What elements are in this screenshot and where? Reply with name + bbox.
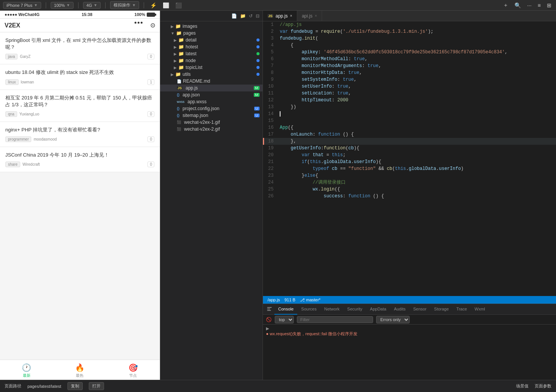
post-tag[interactable]: share <box>5 162 20 167</box>
list-item[interactable]: JSConf China 2019 今年 10 月 19–20 上海见！ sha… <box>0 147 160 172</box>
open-button[interactable]: 打开 <box>89 382 104 390</box>
tree-item-pages[interactable]: ▼ 📁 pages <box>160 30 263 37</box>
tree-item-appwxss[interactable]: wxss app.wxss <box>160 98 263 105</box>
device-selector[interactable]: iPhone 7 Plus ▼ <box>3 2 41 9</box>
folder-icon: 📁 <box>178 51 184 56</box>
tree-item-node[interactable]: ▶ 📁 node <box>160 57 263 64</box>
tree-item-topiclist[interactable]: ▶ 📁 topicList <box>160 64 263 71</box>
battery-percent: 100% <box>135 12 145 17</box>
simulate-selector[interactable]: 模拟操作 ▼ <box>110 1 139 9</box>
folder-icon: 📁 <box>176 30 182 36</box>
code-line: 18 }, <box>263 138 556 145</box>
tree-item-gif2[interactable]: ⬛ wechat-v2ex-2.gif <box>160 126 263 133</box>
tree-item-readme[interactable]: 📄 README.md <box>160 78 263 85</box>
tab-trace[interactable]: Trace <box>453 304 471 315</box>
add-button[interactable]: ＋ <box>502 1 510 10</box>
post-tags: java GaryZ <box>5 54 30 59</box>
panel-toggle-button[interactable]: ⊞ <box>545 2 553 9</box>
context-selector[interactable]: top <box>275 316 294 323</box>
new-file-icon[interactable]: 📄 <box>231 13 237 19</box>
phone-status-bar: ●●●●● WeChat4G 15:38 100% <box>0 11 160 19</box>
list-item[interactable]: nginx+ PHP 掉坑里了，有没有谁帮忙看看? programmer moo… <box>0 122 160 147</box>
line-content: App({ <box>278 124 293 131</box>
file-icon-json: {} <box>177 107 179 110</box>
code-line: 25 wx.login({ <box>263 186 556 193</box>
device-frame-button[interactable]: ⬛ <box>174 2 183 9</box>
code-line: 2 var fundebug = require('./utils/fundeb… <box>263 28 556 35</box>
line-content: success: function () { <box>278 193 384 200</box>
tree-item-images[interactable]: ▶ 📁 images <box>160 23 263 30</box>
post-meta: share Wiredcraft 0 <box>5 162 154 167</box>
tree-item-label: utils <box>183 72 191 77</box>
error-item: ● wx.request()失败，request::fail 微信小程序开发 <box>266 331 553 337</box>
tree-item-sitemap[interactable]: {} sitemap.json U <box>160 112 263 119</box>
tab-sources[interactable]: Sources <box>297 304 320 315</box>
collapse-icon[interactable]: ⊟ <box>256 13 260 19</box>
refresh-icon[interactable]: ↺ <box>249 13 253 19</box>
list-item[interactable]: ubuntu 18.04 修改 ulimit 的 stack size 死活不生… <box>0 64 160 90</box>
post-tag[interactable]: java <box>5 54 18 59</box>
code-line: 21 if(this.globalData.userInfo){ <box>263 158 556 165</box>
clear-console-icon[interactable]: 🚫 <box>266 317 272 322</box>
tree-item-latest[interactable]: ▶ 📁 latest <box>160 50 263 57</box>
editor-status-bar: /app.js 911 B ⎇ master* <box>263 296 556 304</box>
tab-appdata[interactable]: AppData <box>366 304 390 315</box>
line-number: 17 <box>263 131 278 138</box>
bottom-nav-latest[interactable]: 🕐 最新 <box>22 363 31 378</box>
tree-item-label: hotest <box>186 44 198 50</box>
code-line: 8 monitorHttpData: true, <box>263 69 556 76</box>
code-area[interactable]: 1 //app.js 2 var fundebug = require('./u… <box>263 21 556 296</box>
preview-button[interactable]: ⬜ <box>161 2 171 9</box>
tree-item-hotest[interactable]: ▶ 📁 hotest <box>160 43 263 50</box>
tree-item-projectconfig[interactable]: {} project.config.json U <box>160 105 263 112</box>
tree-item-appjs[interactable]: JS app.js M <box>160 85 263 91</box>
tab-appjs[interactable]: JS app.js × <box>263 11 297 21</box>
list-item[interactable]: 相互宝 2019 年 6 月第二期分摊 0.51 元，帮助了 150 人，甲状腺… <box>0 90 160 122</box>
tab-console[interactable]: Console <box>274 304 297 315</box>
tree-item-detail[interactable]: ▶ 📁 detail <box>160 37 263 43</box>
devtools-toolbar-icon[interactable] <box>264 304 274 315</box>
level-selector[interactable]: Errors only All levels <box>376 316 410 323</box>
post-tag[interactable]: qna <box>5 111 17 117</box>
clock-icon: 🕐 <box>22 363 31 372</box>
separator-4 <box>144 2 144 8</box>
post-tags: linux lowman <box>5 79 34 85</box>
close-tab-icon[interactable]: × <box>315 14 317 18</box>
file-icon-json: {} <box>177 93 179 97</box>
settings-button[interactable]: ≡ <box>536 2 542 9</box>
tab-sensor[interactable]: Sensor <box>409 304 430 315</box>
zoom-selector[interactable]: 100% ▼ <box>51 2 74 9</box>
copy-button[interactable]: 复制 <box>67 382 83 390</box>
tab-apijs[interactable]: api.js × <box>297 11 322 21</box>
tab-network[interactable]: Network <box>320 304 343 315</box>
tree-item-appjson[interactable]: {} app.json M <box>160 91 263 98</box>
compile-button[interactable]: ⚡ <box>149 2 158 9</box>
tree-item-gif1[interactable]: ⬛ wechat-v2ex-1.gif <box>160 119 263 126</box>
tree-item-label: app.wxss <box>187 99 207 104</box>
filter-input[interactable] <box>297 316 373 323</box>
tab-audits[interactable]: Audits <box>390 304 410 315</box>
tree-item-utils[interactable]: ▶ 📁 utils <box>160 71 263 78</box>
tab-js-icon: JS <box>268 14 273 18</box>
record-btn[interactable]: ⊙ <box>150 22 155 29</box>
more-dots-icon[interactable] <box>135 22 143 29</box>
more-button[interactable]: ··· <box>526 2 533 9</box>
post-tag[interactable]: linux <box>5 79 19 85</box>
tab-security[interactable]: Security <box>343 304 366 315</box>
network-selector[interactable]: 4G ▼ <box>83 2 101 9</box>
editor-tabs: JS app.js × api.js × <box>263 11 556 21</box>
post-tag[interactable]: programmer <box>5 136 31 142</box>
close-tab-icon[interactable]: × <box>290 14 292 18</box>
tree-item-label: app.js <box>186 85 198 91</box>
tab-storage[interactable]: Storage <box>430 304 453 315</box>
post-title: JSConf China 2019 今年 10 月 19–20 上海见！ <box>5 152 154 158</box>
new-folder-icon[interactable]: 📁 <box>240 13 246 19</box>
search-button[interactable]: 🔍 <box>513 2 522 9</box>
chevron-right-icon: ▶ <box>171 72 174 77</box>
console-expand-arrow[interactable]: ▶ <box>266 326 553 331</box>
bottom-nav-hot[interactable]: 🔥 最热 <box>75 363 85 378</box>
tab-wxml[interactable]: Wxml <box>471 304 489 315</box>
bottom-nav-nodes[interactable]: 🎯 节点 <box>128 363 138 378</box>
file-icon-js: JS <box>177 86 183 90</box>
list-item[interactable]: SpringBoot 引用 xml 文件，在 xml 文件中怎么加载资源文件的参… <box>0 32 160 64</box>
